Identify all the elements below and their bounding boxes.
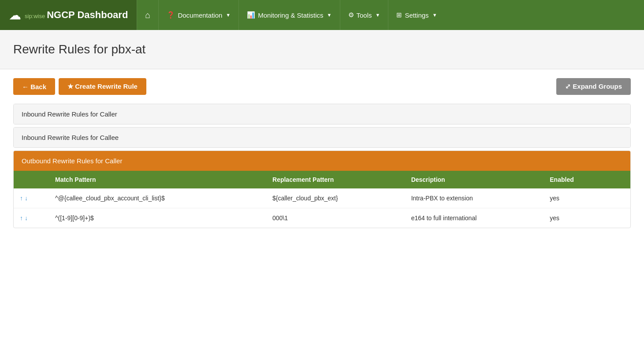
table-head: Match Pattern Replacement Pattern Descri… <box>14 171 630 188</box>
row2-arrow-down[interactable]: ↓ <box>25 214 28 222</box>
section-inbound-callee: Inbound Rewrite Rules for Callee <box>13 127 631 148</box>
page-title: Rewrite Rules for pbx-at <box>13 42 631 56</box>
documentation-label: Documentation <box>178 11 222 19</box>
nav-documentation[interactable]: ❓ Documentation ▼ <box>158 0 238 30</box>
col-replacement-pattern: Replacement Pattern <box>266 171 405 188</box>
section-inbound-caller: Inbound Rewrite Rules for Caller <box>13 104 631 124</box>
brand-title: sip:wise NGCP Dashboard <box>25 9 128 21</box>
navbar: ☁ sip:wise NGCP Dashboard ⌂ ❓ Documentat… <box>0 0 644 30</box>
toolbar-left: ← Back ★ Create Rewrite Rule <box>13 78 146 95</box>
row2-sort: ↑ ↓ <box>14 208 49 228</box>
row2-arrow-up[interactable]: ↑ <box>20 214 23 222</box>
table-row: ↑ ↓ ^@{callee_cloud_pbx_account_cli_list… <box>14 188 630 208</box>
row2-replacement-pattern: 000\1 <box>266 208 405 228</box>
row1-description: Intra-PBX to extension <box>405 188 544 208</box>
back-button[interactable]: ← Back <box>13 78 55 95</box>
tools-label: Tools <box>357 11 372 19</box>
row1-replacement-pattern: ${caller_cloud_pbx_ext} <box>266 188 405 208</box>
tools-caret: ▼ <box>376 12 380 18</box>
documentation-icon: ❓ <box>167 11 175 19</box>
row2-sort-arrows: ↑ ↓ <box>20 214 28 222</box>
col-sort <box>14 171 49 188</box>
logo-icon: ☁ <box>9 8 21 23</box>
row1-match-pattern: ^@{callee_cloud_pbx_account_cli_list}$ <box>49 188 266 208</box>
toolbar: ← Back ★ Create Rewrite Rule ⤢ Expand Gr… <box>13 78 631 95</box>
nav-monitoring[interactable]: 📊 Monitoring & Statistics ▼ <box>238 0 339 30</box>
brand-name: NGCP Dashboard <box>47 9 128 20</box>
col-enabled: Enabled <box>543 171 608 188</box>
row2-enabled: yes <box>543 208 608 228</box>
monitoring-caret: ▼ <box>327 12 332 18</box>
page-header: Rewrite Rules for pbx-at <box>0 30 644 69</box>
settings-caret: ▼ <box>432 12 437 18</box>
settings-label: Settings <box>405 11 428 19</box>
documentation-caret: ▼ <box>226 12 231 18</box>
monitoring-icon: 📊 <box>247 11 255 19</box>
main-content: ← Back ★ Create Rewrite Rule ⤢ Expand Gr… <box>0 69 644 240</box>
brand: ☁ sip:wise NGCP Dashboard <box>0 0 137 30</box>
row1-arrow-down[interactable]: ↓ <box>25 195 28 202</box>
col-match-pattern: Match Pattern <box>49 171 266 188</box>
row1-arrow-up[interactable]: ↑ <box>20 195 23 202</box>
nav-tools[interactable]: ⚙ Tools ▼ <box>340 0 388 30</box>
row1-sort: ↑ ↓ <box>14 188 49 208</box>
row1-enabled: yes <box>543 188 608 208</box>
section-inbound-callee-header[interactable]: Inbound Rewrite Rules for Callee <box>14 128 630 147</box>
section-outbound-caller-header[interactable]: Outbound Rewrite Rules for Caller <box>14 151 630 171</box>
settings-icon: ⊞ <box>396 11 402 19</box>
row2-match-pattern: ^([1-9][0-9]+)$ <box>49 208 266 228</box>
tools-icon: ⚙ <box>348 11 354 19</box>
nav-settings[interactable]: ⊞ Settings ▼ <box>388 0 445 30</box>
table-header-row: Match Pattern Replacement Pattern Descri… <box>14 171 630 188</box>
monitoring-label: Monitoring & Statistics <box>258 11 323 19</box>
expand-groups-button[interactable]: ⤢ Expand Groups <box>556 78 631 95</box>
section-outbound-caller-content: Match Pattern Replacement Pattern Descri… <box>14 171 630 228</box>
col-description: Description <box>405 171 544 188</box>
row1-actions <box>608 188 630 208</box>
brand-prefix: sip:wise <box>25 13 45 19</box>
row2-description: e164 to full international <box>405 208 544 228</box>
toolbar-right: ⤢ Expand Groups <box>556 78 631 95</box>
nav-items: ⌂ ❓ Documentation ▼ 📊 Monitoring & Stati… <box>137 0 644 30</box>
home-icon: ⌂ <box>145 10 150 20</box>
rewrite-rules-table: Match Pattern Replacement Pattern Descri… <box>14 171 630 228</box>
row1-sort-arrows: ↑ ↓ <box>20 195 28 202</box>
table-row: ↑ ↓ ^([1-9][0-9]+)$ 000\1 e164 to full i… <box>14 208 630 228</box>
nav-home[interactable]: ⌂ <box>137 0 158 30</box>
table-body: ↑ ↓ ^@{callee_cloud_pbx_account_cli_list… <box>14 188 630 228</box>
row2-actions <box>608 208 630 228</box>
create-rewrite-rule-button[interactable]: ★ Create Rewrite Rule <box>59 78 146 95</box>
section-outbound-caller: Outbound Rewrite Rules for Caller Match … <box>13 150 631 228</box>
col-actions <box>608 171 630 188</box>
section-inbound-caller-header[interactable]: Inbound Rewrite Rules for Caller <box>14 104 630 124</box>
